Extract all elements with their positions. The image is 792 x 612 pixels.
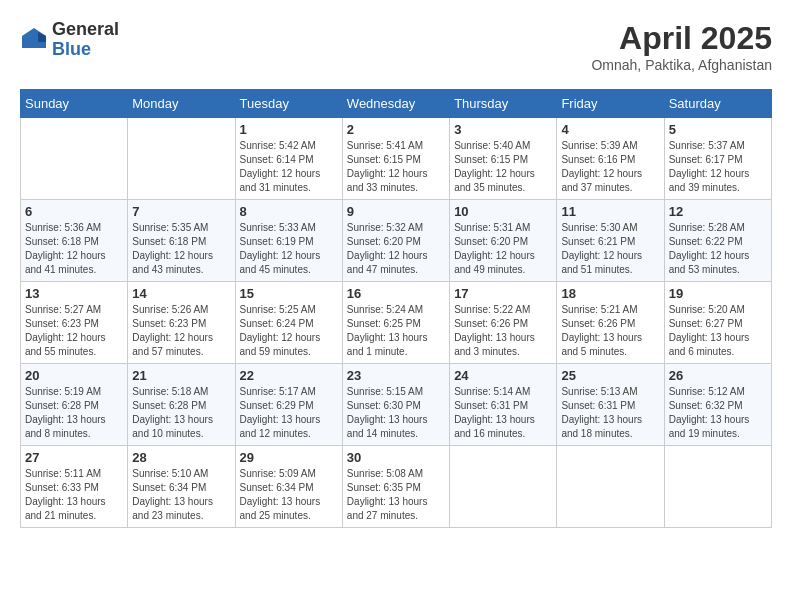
calendar-cell: 3Sunrise: 5:40 AMSunset: 6:15 PMDaylight… <box>450 118 557 200</box>
day-number: 8 <box>240 204 338 219</box>
calendar-cell <box>664 446 771 528</box>
logo-icon <box>20 26 48 54</box>
day-info: Sunrise: 5:18 AMSunset: 6:28 PMDaylight:… <box>132 385 230 441</box>
calendar-cell: 8Sunrise: 5:33 AMSunset: 6:19 PMDaylight… <box>235 200 342 282</box>
day-number: 2 <box>347 122 445 137</box>
day-info: Sunrise: 5:11 AMSunset: 6:33 PMDaylight:… <box>25 467 123 523</box>
day-number: 18 <box>561 286 659 301</box>
svg-rect-2 <box>22 42 46 48</box>
calendar-cell: 7Sunrise: 5:35 AMSunset: 6:18 PMDaylight… <box>128 200 235 282</box>
calendar-cell: 17Sunrise: 5:22 AMSunset: 6:26 PMDayligh… <box>450 282 557 364</box>
day-info: Sunrise: 5:25 AMSunset: 6:24 PMDaylight:… <box>240 303 338 359</box>
day-number: 26 <box>669 368 767 383</box>
calendar-week-row: 27Sunrise: 5:11 AMSunset: 6:33 PMDayligh… <box>21 446 772 528</box>
calendar-header-row: SundayMondayTuesdayWednesdayThursdayFrid… <box>21 90 772 118</box>
calendar-cell: 27Sunrise: 5:11 AMSunset: 6:33 PMDayligh… <box>21 446 128 528</box>
day-number: 15 <box>240 286 338 301</box>
day-info: Sunrise: 5:17 AMSunset: 6:29 PMDaylight:… <box>240 385 338 441</box>
calendar-weekday-header: Thursday <box>450 90 557 118</box>
day-info: Sunrise: 5:09 AMSunset: 6:34 PMDaylight:… <box>240 467 338 523</box>
calendar-week-row: 6Sunrise: 5:36 AMSunset: 6:18 PMDaylight… <box>21 200 772 282</box>
calendar-cell: 6Sunrise: 5:36 AMSunset: 6:18 PMDaylight… <box>21 200 128 282</box>
calendar-cell: 20Sunrise: 5:19 AMSunset: 6:28 PMDayligh… <box>21 364 128 446</box>
day-number: 28 <box>132 450 230 465</box>
calendar-week-row: 13Sunrise: 5:27 AMSunset: 6:23 PMDayligh… <box>21 282 772 364</box>
calendar-cell: 9Sunrise: 5:32 AMSunset: 6:20 PMDaylight… <box>342 200 449 282</box>
calendar-cell <box>21 118 128 200</box>
day-info: Sunrise: 5:32 AMSunset: 6:20 PMDaylight:… <box>347 221 445 277</box>
day-number: 17 <box>454 286 552 301</box>
day-number: 11 <box>561 204 659 219</box>
day-info: Sunrise: 5:08 AMSunset: 6:35 PMDaylight:… <box>347 467 445 523</box>
calendar-cell: 14Sunrise: 5:26 AMSunset: 6:23 PMDayligh… <box>128 282 235 364</box>
day-info: Sunrise: 5:22 AMSunset: 6:26 PMDaylight:… <box>454 303 552 359</box>
logo-blue-text: Blue <box>52 40 119 60</box>
day-number: 6 <box>25 204 123 219</box>
calendar-cell: 26Sunrise: 5:12 AMSunset: 6:32 PMDayligh… <box>664 364 771 446</box>
location: Omnah, Paktika, Afghanistan <box>591 57 772 73</box>
calendar-weekday-header: Friday <box>557 90 664 118</box>
day-number: 24 <box>454 368 552 383</box>
day-number: 29 <box>240 450 338 465</box>
calendar-cell: 2Sunrise: 5:41 AMSunset: 6:15 PMDaylight… <box>342 118 449 200</box>
day-info: Sunrise: 5:33 AMSunset: 6:19 PMDaylight:… <box>240 221 338 277</box>
logo: General Blue <box>20 20 119 60</box>
day-info: Sunrise: 5:19 AMSunset: 6:28 PMDaylight:… <box>25 385 123 441</box>
calendar-cell: 15Sunrise: 5:25 AMSunset: 6:24 PMDayligh… <box>235 282 342 364</box>
day-number: 16 <box>347 286 445 301</box>
day-info: Sunrise: 5:27 AMSunset: 6:23 PMDaylight:… <box>25 303 123 359</box>
day-info: Sunrise: 5:15 AMSunset: 6:30 PMDaylight:… <box>347 385 445 441</box>
calendar-cell: 11Sunrise: 5:30 AMSunset: 6:21 PMDayligh… <box>557 200 664 282</box>
calendar-weekday-header: Wednesday <box>342 90 449 118</box>
calendar-week-row: 20Sunrise: 5:19 AMSunset: 6:28 PMDayligh… <box>21 364 772 446</box>
day-number: 4 <box>561 122 659 137</box>
day-number: 22 <box>240 368 338 383</box>
day-number: 12 <box>669 204 767 219</box>
day-info: Sunrise: 5:28 AMSunset: 6:22 PMDaylight:… <box>669 221 767 277</box>
calendar-cell: 21Sunrise: 5:18 AMSunset: 6:28 PMDayligh… <box>128 364 235 446</box>
calendar-weekday-header: Monday <box>128 90 235 118</box>
calendar-cell: 24Sunrise: 5:14 AMSunset: 6:31 PMDayligh… <box>450 364 557 446</box>
logo-text: General Blue <box>52 20 119 60</box>
calendar-cell: 10Sunrise: 5:31 AMSunset: 6:20 PMDayligh… <box>450 200 557 282</box>
calendar-cell: 1Sunrise: 5:42 AMSunset: 6:14 PMDaylight… <box>235 118 342 200</box>
day-number: 14 <box>132 286 230 301</box>
day-info: Sunrise: 5:35 AMSunset: 6:18 PMDaylight:… <box>132 221 230 277</box>
month-title: April 2025 <box>591 20 772 57</box>
calendar-cell <box>128 118 235 200</box>
day-info: Sunrise: 5:36 AMSunset: 6:18 PMDaylight:… <box>25 221 123 277</box>
day-number: 7 <box>132 204 230 219</box>
calendar-cell: 12Sunrise: 5:28 AMSunset: 6:22 PMDayligh… <box>664 200 771 282</box>
page-header: General Blue April 2025 Omnah, Paktika, … <box>20 20 772 73</box>
calendar-cell: 29Sunrise: 5:09 AMSunset: 6:34 PMDayligh… <box>235 446 342 528</box>
calendar-cell: 23Sunrise: 5:15 AMSunset: 6:30 PMDayligh… <box>342 364 449 446</box>
calendar-cell: 22Sunrise: 5:17 AMSunset: 6:29 PMDayligh… <box>235 364 342 446</box>
calendar-cell: 19Sunrise: 5:20 AMSunset: 6:27 PMDayligh… <box>664 282 771 364</box>
day-info: Sunrise: 5:42 AMSunset: 6:14 PMDaylight:… <box>240 139 338 195</box>
day-info: Sunrise: 5:40 AMSunset: 6:15 PMDaylight:… <box>454 139 552 195</box>
day-number: 13 <box>25 286 123 301</box>
day-number: 1 <box>240 122 338 137</box>
day-info: Sunrise: 5:37 AMSunset: 6:17 PMDaylight:… <box>669 139 767 195</box>
calendar-cell: 16Sunrise: 5:24 AMSunset: 6:25 PMDayligh… <box>342 282 449 364</box>
calendar-cell: 13Sunrise: 5:27 AMSunset: 6:23 PMDayligh… <box>21 282 128 364</box>
day-number: 27 <box>25 450 123 465</box>
day-info: Sunrise: 5:24 AMSunset: 6:25 PMDaylight:… <box>347 303 445 359</box>
day-number: 3 <box>454 122 552 137</box>
logo-general-text: General <box>52 20 119 40</box>
calendar-cell <box>557 446 664 528</box>
day-number: 25 <box>561 368 659 383</box>
day-info: Sunrise: 5:31 AMSunset: 6:20 PMDaylight:… <box>454 221 552 277</box>
day-number: 10 <box>454 204 552 219</box>
calendar-weekday-header: Tuesday <box>235 90 342 118</box>
day-info: Sunrise: 5:20 AMSunset: 6:27 PMDaylight:… <box>669 303 767 359</box>
calendar-cell <box>450 446 557 528</box>
day-number: 5 <box>669 122 767 137</box>
day-info: Sunrise: 5:14 AMSunset: 6:31 PMDaylight:… <box>454 385 552 441</box>
calendar-weekday-header: Sunday <box>21 90 128 118</box>
calendar-cell: 18Sunrise: 5:21 AMSunset: 6:26 PMDayligh… <box>557 282 664 364</box>
day-number: 19 <box>669 286 767 301</box>
day-info: Sunrise: 5:41 AMSunset: 6:15 PMDaylight:… <box>347 139 445 195</box>
day-info: Sunrise: 5:39 AMSunset: 6:16 PMDaylight:… <box>561 139 659 195</box>
calendar-cell: 28Sunrise: 5:10 AMSunset: 6:34 PMDayligh… <box>128 446 235 528</box>
